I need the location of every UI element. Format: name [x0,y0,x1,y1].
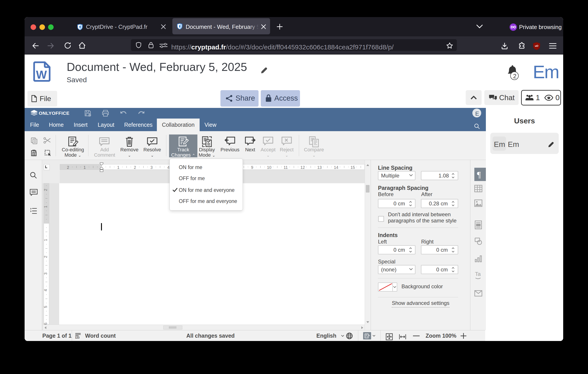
svg-text:uO: uO [535,44,538,47]
svg-text:123: 123 [75,336,80,339]
svg-text:W: W [36,68,47,81]
svg-text:Ta: Ta [475,271,481,277]
